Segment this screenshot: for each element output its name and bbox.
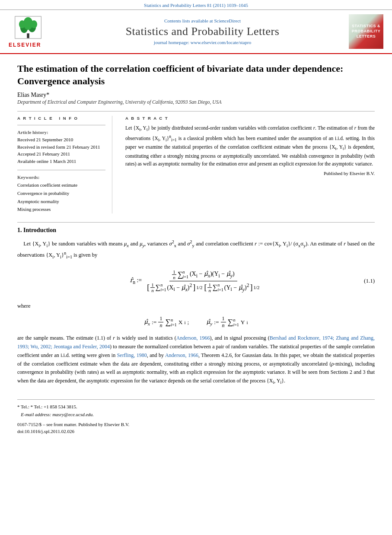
article-info-column: A R T I C L E I N F O Article history: R… [17, 116, 112, 213]
sample-mean-y: μ̂y := 1 n ∑ n i=1 Yi [206, 315, 248, 329]
mean-x-sum-symbol: ∑ [165, 318, 171, 327]
footer-issn: 0167-7152/$ – see front matter. Publishe… [17, 421, 375, 429]
numerator-term: (Xi − μ̂x)(Yi − μ̂y) [190, 270, 235, 279]
denom-right-power: 1/2 [253, 285, 259, 290]
keywords-label: Keywords: [17, 175, 105, 180]
denom-right-sum: ∑ [213, 283, 217, 291]
svg-point-4 [19, 20, 25, 28]
denom-right-sum-upper: n [217, 283, 220, 287]
footnote-area: * Tel.: * Tel.: +1 858 534 3815. E-mail … [17, 399, 375, 434]
journal-badge: STATISTICS & PROBABILITY LETTERS [349, 14, 383, 49]
journal-homepage: journal homepage: www.elsevier.com/locat… [56, 40, 349, 45]
abstract-published: Published by Elsevier B.V. [125, 171, 375, 176]
footer-doi: doi:10.1016/j.spl.2011.02.026 [17, 429, 375, 434]
denom-left-sum-lower: i=1 [160, 287, 166, 292]
denom-right-frac-top: 1 [207, 282, 212, 288]
mean-y-frac-top: 1 [221, 315, 226, 322]
intro-para1: Let {Xi, Yi} be random variables with me… [17, 238, 375, 261]
where-text: where [17, 302, 375, 311]
formula-lhs: r̂n := [130, 277, 142, 285]
article-info-abstract-section: A R T I C L E I N F O Article history: R… [17, 116, 375, 213]
elsevier-label: ELSEVIER [9, 42, 48, 48]
author-name-text: Elias Masry* [17, 92, 49, 98]
denom-right-limits: n i=1 [217, 283, 223, 292]
abstract-text: Let {Xt, Yt} be jointly distributed seco… [125, 124, 375, 168]
sample-means-para: are the sample means. The estimate (1.1)… [17, 334, 375, 386]
elsevier-tree-logo [9, 16, 48, 41]
journal-reference-bar: Statistics and Probability Letters 81 (2… [0, 0, 392, 10]
denom-left-limits: n i=1 [160, 283, 166, 292]
denom-right-bracket-close: ] [250, 283, 252, 292]
keyword-4: Mixing processes [17, 205, 105, 213]
mean-y-upper: n [233, 318, 235, 322]
divider-intro [17, 222, 375, 223]
journal-center: Contents lists available at ScienceDirec… [56, 18, 349, 45]
ref-serfling[interactable]: Serfling, 1980 [117, 352, 147, 358]
homepage-label: journal homepage: [154, 40, 189, 45]
footnote-email-text: E-mail address: masry@ece.ucsd.edu. [21, 412, 94, 417]
formula-denominator: [ 1 n ∑ n i=1 (Xi − μ̂x)2 ] [144, 281, 262, 294]
footnote-tel: * Tel.: * Tel.: +1 858 534 3815. [17, 403, 375, 411]
ref-anderson-1966[interactable]: Anderson, 1966 [176, 335, 210, 341]
mean-y-sum-limits: n i=1 [233, 318, 239, 327]
mean-x-frac-top: 1 [158, 315, 163, 322]
sum-lower: i=1 [182, 274, 188, 279]
keyword-3: Asymptotic normality [17, 197, 105, 206]
denom-left-sum: ∑ [156, 283, 160, 291]
mean-x-sum-limits: n i=1 [171, 318, 176, 327]
intro-heading: 1. Introduction [17, 227, 375, 234]
denom-left-term: [ 1 n ∑ n i=1 (Xi − μ̂x)2 ] [147, 282, 202, 293]
elsevier-logo-section: ELSEVIER [9, 16, 48, 48]
mean-x-frac-bottom: n [158, 322, 163, 329]
main-content: The estimation of the correlation coeffi… [0, 54, 392, 443]
article-history-label: Article history: [17, 130, 105, 135]
denom-left-frac-bottom: n [150, 288, 155, 293]
and-text: and [150, 352, 157, 358]
mean-x-upper: n [171, 318, 173, 322]
received-date: Received 21 September 2010 [17, 136, 105, 143]
author-name: Elias Masry* [17, 92, 375, 99]
journal-header: ELSEVIER Contents lists available at Sci… [0, 10, 392, 54]
denom-right-term: [ 1 n ∑ n i=1 (Yi − μ̂y)2 ] [204, 282, 259, 293]
denom-left-power: 1/2 [196, 285, 202, 290]
elsevier-tree-svg [13, 16, 43, 39]
mean-x-lower: i=1 [171, 322, 176, 327]
sciencedirect-link[interactable]: Contents lists available at ScienceDirec… [56, 18, 349, 23]
mean-y-frac-bottom: n [221, 322, 226, 329]
abstract-column: A B S T R A C T Let {Xt, Yt} be jointly … [125, 116, 375, 213]
divider-1 [17, 111, 375, 111]
denom-right-frac: 1 n [207, 282, 212, 293]
formula-main-fraction: 1 n ∑ n i=1 (Xi − μ̂x)(Yi − μ̂y) [144, 268, 262, 294]
badge-line2: PROBABILITY [352, 29, 381, 34]
introduction-section: 1. Introduction Let {Xi, Yi} be random v… [17, 222, 375, 386]
mean-y-sum-symbol: ∑ [228, 318, 233, 327]
denom-left-bracket-open: [ [147, 283, 150, 292]
denom-left-sum-upper: n [160, 283, 163, 287]
denom-left-bracket-close: ] [193, 283, 195, 292]
sum-upper: n [182, 270, 185, 274]
formula-1-1: r̂n := 1 n ∑ n i=1 [130, 268, 262, 294]
mean-x-frac: 1 n [158, 315, 163, 329]
divider-keywords [17, 170, 105, 170]
numerator-sum-limits: n i=1 [182, 270, 188, 279]
badge-line1: STATISTICS & [352, 24, 380, 29]
numerator-1n-top: 1 [172, 269, 176, 275]
formula-numerator: 1 n ∑ n i=1 (Xi − μ̂x)(Yi − μ̂y) [169, 268, 237, 281]
denom-right-sq-term: (Yi − μ̂y)2 [224, 283, 249, 292]
denom-left-sq-term: (Xi − μ̂x)2 [167, 283, 192, 292]
received-revised-date: Received in revised form 21 February 201… [17, 143, 105, 151]
svg-rect-0 [27, 33, 29, 38]
formula-1-1-number: (1.1) [364, 277, 375, 284]
denom-left-frac-top: 1 [150, 282, 155, 288]
article-info-section-label: A R T I C L E I N F O [17, 116, 105, 121]
denom-right-bracket-open: [ [204, 283, 207, 292]
article-title: The estimation of the correlation coeffi… [17, 63, 375, 87]
sample-means-block: μ̂x := 1 n ∑ n i=1 Xi; μ̂y := 1 n [17, 315, 375, 329]
sample-mean-x: μ̂x := 1 n ∑ n i=1 Xi; [144, 315, 189, 329]
journal-title: Statistics and Probability Letters [56, 25, 349, 38]
ref-anderson-1966b[interactable]: Anderson, 1966 [165, 352, 198, 358]
mean-y-frac: 1 n [221, 315, 226, 329]
divider-article-info [17, 125, 105, 125]
svg-point-5 [31, 20, 37, 28]
homepage-link[interactable]: www.elsevier.com/locate/stapro [191, 40, 251, 45]
